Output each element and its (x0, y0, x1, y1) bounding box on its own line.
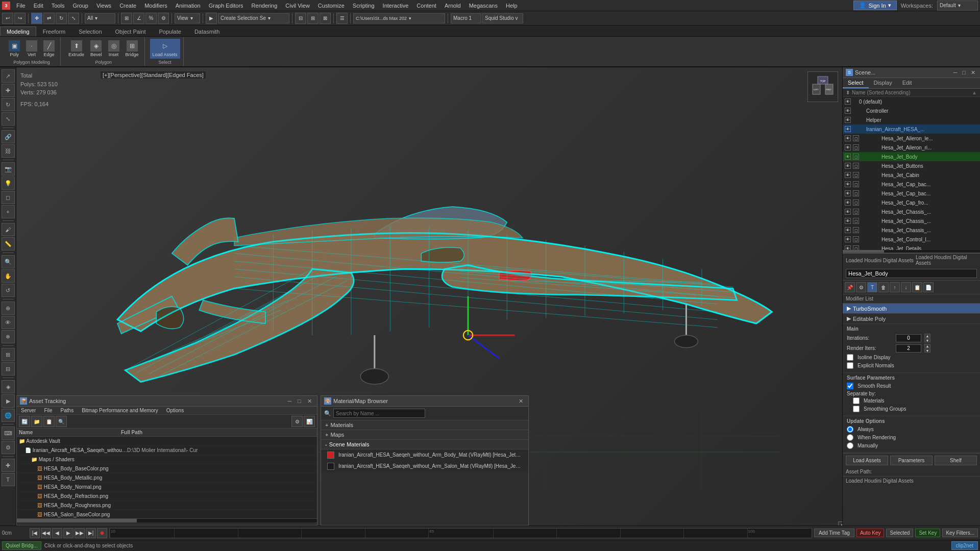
eye-i13b[interactable]: ◻ (853, 209, 859, 215)
asset-row-maps[interactable]: 📁 Maps / Shaders (17, 455, 317, 464)
iter-up-btn[interactable]: ▲ (924, 334, 930, 338)
eye-i10[interactable]: 👁 (845, 181, 851, 187)
scene-tab-display[interactable]: Display (869, 78, 897, 88)
menu-content[interactable]: Content (412, 2, 440, 10)
manually-radio[interactable] (847, 442, 853, 449)
menu-file[interactable]: File (12, 2, 30, 10)
menu-create[interactable]: Create (115, 2, 140, 10)
menu-graph-editors[interactable]: Graph Editors (205, 2, 248, 10)
lt-align2[interactable]: ⊟ (2, 362, 15, 375)
eye-i8[interactable]: 👁 (845, 163, 851, 169)
lt-camera[interactable]: 📷 (2, 162, 15, 176)
asset-menu-bitmap[interactable]: Bitmap Performance and Memory (78, 407, 162, 414)
eye-i13[interactable]: 👁 (845, 209, 851, 215)
tree-item-cap-bac2[interactable]: 👁◻Hesa_Jet_Cap_bac... (843, 189, 980, 198)
mod-paste-btn[interactable]: 📄 (923, 282, 934, 292)
mod-copy-btn[interactable]: 📋 (912, 282, 922, 292)
asset-row-basecolor[interactable]: 🖼 HESA_Body_BaseColor.png (17, 464, 317, 473)
lt-geo[interactable]: ◻ (2, 191, 15, 204)
snap-toggle[interactable]: ⊞ (121, 13, 132, 24)
tree-item-aircraft[interactable]: 👁 Iranian_Aircraft_HESA_... (843, 124, 980, 134)
lt-freeze[interactable]: ❄ (2, 330, 15, 343)
auto-key-btn[interactable]: Auto Key (856, 529, 885, 537)
selection-dropdown[interactable]: Create Selection Se ▾ (218, 13, 289, 23)
eye-i7b[interactable]: ◻ (853, 154, 859, 160)
eye-i6[interactable]: 👁 (845, 144, 851, 151)
lt-isolate[interactable]: ⊕ (2, 302, 15, 315)
rotate-button[interactable]: ↻ (56, 13, 67, 24)
percent-snap[interactable]: % (145, 13, 157, 24)
set-key-btn[interactable]: Set Key (915, 529, 940, 537)
asset-minimize-btn[interactable]: ─ (286, 398, 294, 404)
eye-i17b[interactable]: ◻ (853, 245, 859, 250)
asset-menu-options[interactable]: Options (162, 407, 188, 414)
eye-icon-3[interactable]: 👁 (845, 117, 851, 123)
asset-menu-paths[interactable]: Paths (57, 407, 78, 414)
lt-paint[interactable]: 🖌 (2, 223, 15, 236)
mat-section-scene[interactable]: - Scene Materials (321, 440, 528, 449)
render-iters-input[interactable] (896, 344, 921, 353)
workspace-dropdown[interactable]: Default ▾ (937, 1, 978, 11)
scene-tree[interactable]: 👁 0 (default) 👁 Controller 👁 Helper 👁 Ir… (843, 97, 980, 250)
tl-back[interactable]: ◀ (52, 528, 62, 538)
expand-icon[interactable]: ▶ (847, 305, 851, 312)
eye-i5[interactable]: 👁 (845, 135, 851, 141)
eye-i8b[interactable]: ◻ (853, 163, 859, 169)
eye-i9b[interactable]: ◻ (853, 172, 859, 178)
array-button[interactable]: ⊠ (320, 13, 331, 24)
eye-i12[interactable]: 👁 (845, 199, 851, 206)
mod-pin-btn[interactable]: 📌 (845, 282, 855, 292)
shelf-btn[interactable]: Shelf (935, 456, 977, 465)
iterations-input[interactable] (896, 334, 921, 342)
expand-icon-2[interactable]: ▶ (847, 315, 851, 322)
menu-customize[interactable]: Customize (314, 2, 349, 10)
tree-item-chassis3[interactable]: 👁◻Hesa_Jet_Chassis_... (843, 226, 980, 235)
object-name-input[interactable] (846, 269, 977, 278)
ribbon-btn-inset[interactable]: ◎ Inset (106, 39, 122, 59)
tl-forward[interactable]: ▶▶ (75, 528, 85, 538)
eye-i14[interactable]: 👁 (845, 218, 851, 224)
tl-prev-frame[interactable]: ◀◀ (41, 528, 51, 538)
menu-scripting[interactable]: Scripting (349, 2, 379, 10)
nav-cube[interactable]: TOP LEFT FRNT (807, 71, 838, 102)
spinner-snap[interactable]: ⚙ (158, 13, 169, 24)
asset-tb4[interactable]: 🔍 (56, 416, 67, 427)
eye-i6b[interactable]: ◻ (853, 144, 859, 151)
asset-row-salon-base[interactable]: 🖼 HESA_Salon_BaseColor.png (17, 510, 317, 518)
quixel-bridge-btn[interactable]: Quixel Bridg... (2, 541, 41, 550)
mod-move-down-btn[interactable]: ↓ (901, 282, 911, 292)
reference-dropdown[interactable]: All ▾ (85, 13, 115, 23)
ribbon-btn-extrude[interactable]: ⬆ Extrude (66, 39, 87, 59)
lt-axis[interactable]: ✚ (2, 459, 15, 472)
asset-tb6[interactable]: 📊 (304, 416, 315, 427)
explicit-normals-checkbox[interactable] (847, 362, 853, 369)
when-rendering-radio[interactable] (847, 434, 853, 441)
asset-tb3[interactable]: 📋 (43, 416, 55, 427)
modifier-editable-poly[interactable]: ▶ Editable Poly (843, 314, 980, 324)
mirror-button[interactable]: ⊟ (295, 13, 306, 24)
tree-item-cabin[interactable]: 👁◻Hesa_Jet_Cabin (843, 170, 980, 180)
menu-modifiers[interactable]: Modifiers (140, 2, 172, 10)
menu-tools[interactable]: Tools (47, 2, 69, 10)
tree-item-chassis1[interactable]: 👁◻Hesa_Jet_Chassis_... (843, 207, 980, 216)
asset-row-refraction[interactable]: 🖼 HESA_Body_Refraction.png (17, 492, 317, 501)
clip2net-btn[interactable]: clip2net (951, 541, 978, 550)
tree-item-cap-fro[interactable]: 👁◻Hesa_Jet_Cap_fro... (843, 198, 980, 207)
timeline-track[interactable]: 10 85 100 (109, 528, 812, 538)
eye-icon[interactable]: 👁 (845, 98, 851, 105)
eye-i12b[interactable]: ◻ (853, 199, 859, 206)
mod-delete-btn[interactable]: 🗑 (878, 282, 889, 292)
ribbon-tab-objectpaint[interactable]: Object Paint (109, 27, 153, 36)
tree-item-buttons[interactable]: 👁◻Hesa_Jet_Buttons (843, 161, 980, 170)
smoothing-groups-checkbox[interactable] (853, 406, 860, 412)
eye-i15[interactable]: 👁 (845, 227, 851, 233)
ribbon-tab-populate[interactable]: Populate (152, 27, 187, 36)
tl-next-key[interactable]: ▶| (86, 528, 96, 538)
mod-move-up-btn[interactable]: ↑ (890, 282, 900, 292)
menu-interactive[interactable]: Interactive (379, 2, 413, 10)
signin-button[interactable]: 👤 Sign In ▾ (853, 1, 896, 10)
lt-transform-type-in[interactable]: T (2, 473, 15, 486)
asset-row-main-file[interactable]: 📄 Iranian_Aircraft_HESA_Saeqeh_without_A… (17, 446, 317, 455)
mod-type-btn[interactable]: T (867, 282, 877, 292)
tl-play[interactable]: ▶ (63, 528, 74, 538)
